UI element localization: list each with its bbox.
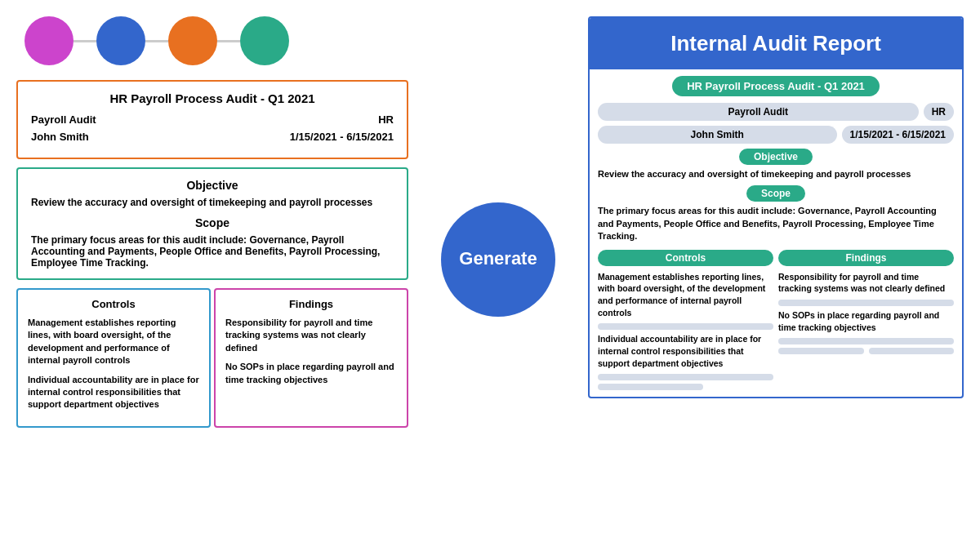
- auditor-label: John Smith: [31, 131, 89, 143]
- main-container: HR Payroll Process Audit - Q1 2021 Payro…: [0, 0, 980, 551]
- center-generate: Generate: [433, 202, 564, 317]
- report-audit-type: Payroll Audit: [598, 103, 919, 121]
- report-title-badge: HR Payroll Process Audit - Q1 2021: [672, 76, 880, 96]
- report-objective-row: Objective: [598, 149, 954, 165]
- dept-label: HR: [378, 113, 394, 126]
- info-card-row-1: Payroll Audit HR: [31, 113, 394, 126]
- circle-orange: [168, 16, 217, 65]
- findings-item-1: Responsibility for payroll and time trac…: [225, 317, 397, 354]
- report-findings-badge: Findings: [778, 250, 954, 266]
- info-card-row-2: John Smith 1/15/2021 - 6/15/2021: [31, 131, 394, 143]
- report-findings-line-half-2: [869, 348, 955, 354]
- circle-blue: [96, 16, 145, 65]
- report-controls-text-1: Management establishes reporting lines, …: [598, 271, 773, 319]
- report-findings-text-1: Responsibility for payroll and time trac…: [778, 271, 954, 295]
- objective-heading: Objective: [31, 179, 394, 192]
- report-findings-cell: Findings Responsibility for payroll and …: [778, 250, 954, 391]
- report-info-row-1: Payroll Audit HR: [598, 103, 954, 121]
- report-controls-line-2: [598, 374, 773, 380]
- scope-text: The primary focus areas for this audit i…: [31, 234, 394, 269]
- report-controls-line-1: [598, 323, 773, 330]
- generate-button[interactable]: Generate: [441, 202, 555, 317]
- circle-purple: [24, 16, 74, 65]
- findings-heading: Findings: [225, 298, 397, 310]
- info-card: HR Payroll Process Audit - Q1 2021 Payro…: [16, 80, 408, 159]
- report-scope-text: The primary focus areas for this audit i…: [598, 205, 954, 242]
- report-findings-line-2: [778, 338, 954, 344]
- controls-card: Controls Management establishes reportin…: [16, 288, 211, 428]
- circles-row: [16, 16, 408, 65]
- report-controls-line-3: [598, 384, 703, 390]
- controls-heading: Controls: [28, 298, 199, 310]
- controls-item-1: Management establishes reporting lines, …: [28, 317, 199, 367]
- report-findings-line-pair: [778, 348, 954, 354]
- report-header: Internal Audit Report: [590, 18, 962, 69]
- report-info-row-2: John Smith 1/15/2021 - 6/15/2021: [598, 126, 954, 144]
- report-controls-text-2: Individual accountability are in place f…: [598, 333, 773, 369]
- objective-text: Review the accuracy and oversight of tim…: [31, 197, 394, 208]
- report-scope-row: Scope: [598, 185, 954, 202]
- report-cf-row: Controls Management establishes reportin…: [598, 250, 954, 391]
- objective-card: Objective Review the accuracy and oversi…: [16, 167, 408, 280]
- findings-card: Findings Responsibility for payroll and …: [214, 288, 408, 428]
- report-findings-text-2: No SOPs in place regarding payroll and t…: [778, 309, 954, 333]
- controls-item-2: Individual accountability are in place f…: [28, 374, 199, 411]
- scope-heading: Scope: [31, 216, 394, 229]
- report-body: HR Payroll Process Audit - Q1 2021 Payro…: [590, 69, 962, 397]
- report-objective-badge: Objective: [739, 149, 813, 165]
- connector-3: [217, 40, 240, 42]
- report-findings-line-1: [778, 300, 954, 306]
- report-title-row: HR Payroll Process Audit - Q1 2021: [598, 76, 954, 96]
- report-objective-text: Review the accuracy and oversight of tim…: [598, 168, 954, 180]
- report-dept: HR: [924, 103, 954, 121]
- info-card-title: HR Payroll Process Audit - Q1 2021: [31, 91, 394, 105]
- connector-2: [145, 40, 168, 42]
- report-scope-badge: Scope: [746, 185, 805, 202]
- left-panel: HR Payroll Process Audit - Q1 2021 Payro…: [16, 16, 408, 428]
- cf-row: Controls Management establishes reportin…: [16, 288, 408, 428]
- audit-type-label: Payroll Audit: [31, 113, 96, 126]
- report-findings-line-half-1: [778, 348, 864, 354]
- circle-teal: [240, 16, 289, 65]
- findings-item-2: No SOPs in place regarding payroll and t…: [225, 361, 397, 386]
- report-panel: Internal Audit Report HR Payroll Process…: [588, 16, 964, 398]
- report-controls-badge: Controls: [598, 250, 773, 266]
- report-controls-cell: Controls Management establishes reportin…: [598, 250, 773, 391]
- date-range-label: 1/15/2021 - 6/15/2021: [290, 131, 394, 143]
- connector-1: [74, 40, 96, 42]
- report-date-range: 1/15/2021 - 6/15/2021: [842, 126, 954, 144]
- report-auditor: John Smith: [598, 126, 837, 144]
